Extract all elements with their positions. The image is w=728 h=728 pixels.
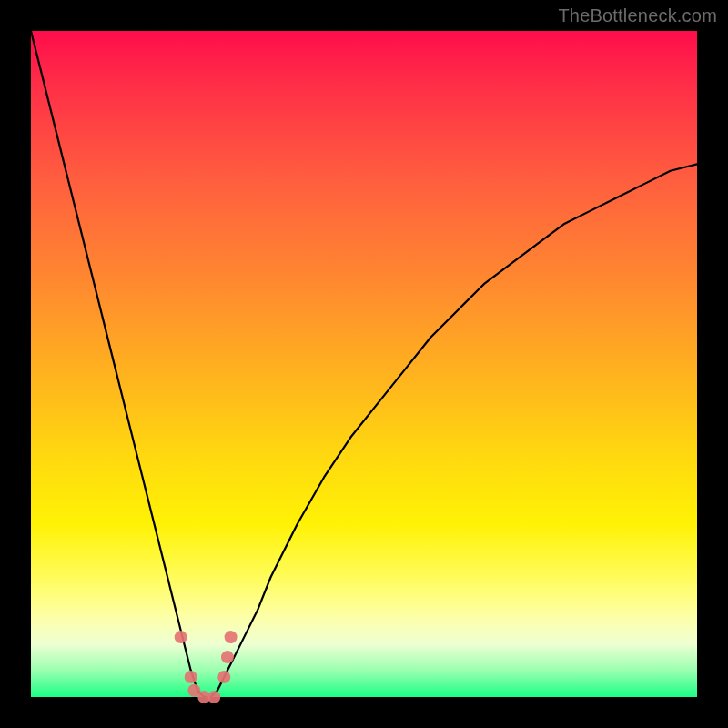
marker-group (175, 631, 238, 703)
data-marker (217, 671, 230, 683)
chart-frame: TheBottleneck.com (0, 0, 728, 728)
bottleneck-curve-svg (31, 31, 697, 697)
data-marker (225, 631, 238, 643)
plot-area (31, 31, 697, 697)
data-marker (221, 651, 234, 663)
data-marker (185, 671, 197, 683)
bottleneck-curve (31, 31, 697, 697)
data-marker (207, 691, 220, 703)
data-marker (175, 631, 187, 643)
watermark-text: TheBottleneck.com (558, 5, 717, 26)
